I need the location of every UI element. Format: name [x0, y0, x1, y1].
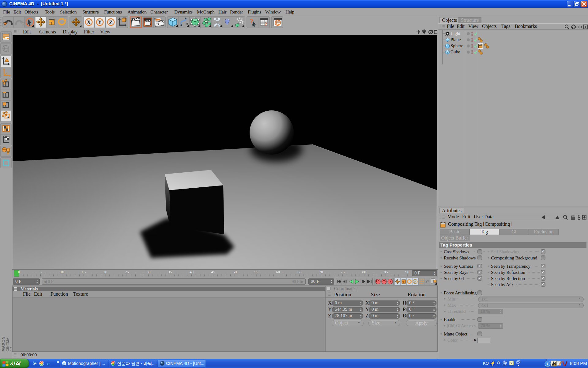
svg-text:5: 5	[40, 270, 42, 274]
svg-text:10: 10	[60, 270, 64, 274]
svg-text:80: 80	[362, 270, 366, 274]
svg-text:30: 30	[146, 270, 150, 274]
svg-text:?: ?	[265, 21, 267, 27]
svg-text:65: 65	[297, 270, 301, 274]
svg-text:?: ?	[511, 361, 513, 365]
svg-text:e: e	[62, 361, 65, 366]
svg-text:X: X	[87, 19, 91, 25]
svg-text:60: 60	[276, 270, 280, 274]
svg-text:50: 50	[233, 270, 237, 274]
svg-text:35: 35	[168, 270, 172, 274]
svg-text:85: 85	[384, 270, 388, 274]
svg-text:40: 40	[190, 270, 194, 274]
svg-text:55: 55	[254, 270, 258, 274]
svg-text:90: 90	[405, 270, 409, 274]
svg-text:Z: Z	[109, 19, 112, 25]
svg-text:25: 25	[125, 270, 129, 274]
svg-text:20: 20	[103, 270, 107, 274]
svg-text:45: 45	[211, 270, 215, 274]
svg-text:?: ?	[389, 280, 391, 284]
svg-text:e: e	[47, 361, 50, 366]
svg-text:0: 0	[18, 270, 20, 274]
svg-text:P: P	[414, 280, 416, 283]
svg-text:70: 70	[319, 270, 323, 274]
svg-text:75: 75	[341, 270, 345, 274]
svg-text:Y: Y	[98, 19, 102, 25]
svg-text:15: 15	[82, 270, 86, 274]
svg-text:!: !	[554, 363, 555, 366]
